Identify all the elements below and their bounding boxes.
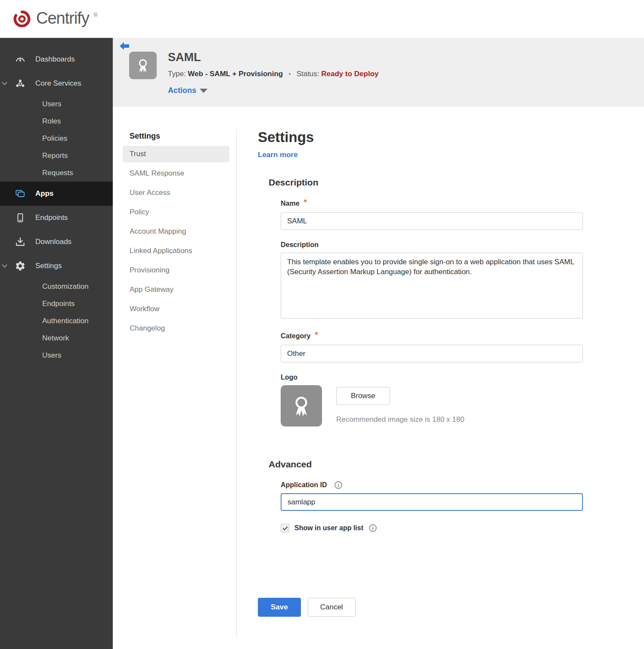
type-label: Type: <box>168 70 186 78</box>
name-label: Name <box>281 200 300 207</box>
sidebar-item-label: Endpoints <box>35 213 68 222</box>
description-field[interactable]: This template enables you to provide sin… <box>281 253 583 318</box>
registered-mark: ® <box>93 12 98 18</box>
sidebar: Dashboards Core Services Users Roles Pol… <box>0 38 113 649</box>
category-field[interactable] <box>281 345 583 362</box>
sidebar-item-label: Settings <box>35 262 62 270</box>
category-label-row: Category * <box>281 331 584 341</box>
logo-label-row: Logo <box>281 374 584 381</box>
name-field[interactable] <box>281 212 583 230</box>
apps-icon <box>15 188 26 199</box>
brand: Centrify ® <box>12 9 98 29</box>
sidebar-item-authentication[interactable]: Authentication <box>0 312 113 330</box>
show-in-user-app-list-checkbox[interactable] <box>281 524 289 532</box>
status-value: Ready to Deploy <box>321 70 378 78</box>
core-services-icon <box>15 78 26 89</box>
gauge-icon <box>15 54 26 65</box>
sidebar-item-label: Downloads <box>35 238 71 246</box>
phone-icon <box>15 212 26 223</box>
back-arrow-icon[interactable] <box>119 41 130 52</box>
sidebar-item-apps[interactable]: Apps <box>0 182 113 206</box>
sidebar-item-label: Dashboards <box>35 55 75 64</box>
cancel-button[interactable]: Cancel <box>308 598 356 617</box>
subnav-item-saml-response[interactable]: SAML Response <box>123 165 229 182</box>
description-section-heading: Description <box>269 177 584 188</box>
subnav-item-linked-applications[interactable]: Linked Applications <box>123 243 229 259</box>
brand-name: Centrify <box>36 9 89 28</box>
chevron-down-icon[interactable] <box>2 79 7 88</box>
app-subnav: Settings Trust SAML Response User Access… <box>123 129 229 649</box>
sidebar-item-policies[interactable]: Policies <box>0 130 113 147</box>
app-meta: Type: Web - SAML + Provisioning • Status… <box>168 70 378 78</box>
sidebar-item-requests[interactable]: Requests <box>0 164 113 182</box>
actions-label: Actions <box>168 86 196 95</box>
info-icon[interactable] <box>368 524 377 532</box>
subnav-item-account-mapping[interactable]: Account Mapping <box>123 223 229 240</box>
sidebar-item-settings-endpoints[interactable]: Endpoints <box>0 295 113 312</box>
show-in-user-app-list-row: Show in user app list <box>281 524 584 532</box>
form-actions: Save Cancel <box>258 598 584 617</box>
learn-more-link[interactable]: Learn more <box>258 151 298 159</box>
sidebar-item-users[interactable]: Users <box>0 96 113 113</box>
content: Settings Trust SAML Response User Access… <box>113 107 644 649</box>
sidebar-item-downloads[interactable]: Downloads <box>0 230 113 254</box>
sidebar-item-label: Core Services <box>35 79 81 88</box>
sidebar-item-reports[interactable]: Reports <box>0 147 113 164</box>
gear-icon <box>15 260 26 272</box>
subnav-heading: Settings <box>123 129 229 146</box>
application-id-label: Application ID <box>281 481 327 489</box>
required-marker: * <box>304 198 307 207</box>
page-title: Settings <box>258 129 584 145</box>
subnav-item-changelog[interactable]: Changelog <box>123 320 229 337</box>
subnav-item-app-gateway[interactable]: App Gateway <box>123 281 229 298</box>
browse-button[interactable]: Browse <box>336 387 390 405</box>
sidebar-item-network[interactable]: Network <box>0 330 113 347</box>
category-label: Category <box>281 332 310 340</box>
sidebar-item-settings-users[interactable]: Users <box>0 347 113 364</box>
subnav-item-policy[interactable]: Policy <box>123 204 229 220</box>
top-brand-bar: Centrify ® <box>0 0 644 38</box>
sidebar-item-roles[interactable]: Roles <box>0 113 113 130</box>
actions-dropdown[interactable]: Actions <box>168 86 207 95</box>
vertical-divider <box>236 129 237 638</box>
logo-label: Logo <box>281 374 297 381</box>
subnav-item-workflow[interactable]: Workflow <box>123 301 229 317</box>
subnav-item-trust[interactable]: Trust <box>123 146 229 162</box>
application-id-label-row: Application ID <box>281 481 584 489</box>
description-label: Description <box>281 241 319 249</box>
main-area: SAML Type: Web - SAML + Provisioning • S… <box>113 38 644 649</box>
download-icon <box>15 236 26 247</box>
sidebar-item-settings[interactable]: Settings <box>0 254 113 278</box>
logo-size-hint: Recommended image size is 180 x 180 <box>336 415 464 424</box>
sidebar-item-label: Apps <box>35 189 54 198</box>
settings-form: Settings Learn more Description Name * D… <box>258 129 584 649</box>
centrify-logo-icon <box>12 9 32 29</box>
subnav-item-user-access[interactable]: User Access <box>123 185 229 201</box>
status-label: Status: <box>297 70 319 78</box>
caret-down-icon <box>200 89 207 93</box>
app-title: SAML <box>168 51 201 64</box>
required-marker: * <box>315 330 318 340</box>
meta-separator: • <box>288 70 291 78</box>
app-banner: SAML Type: Web - SAML + Provisioning • S… <box>113 38 644 107</box>
type-value: Web - SAML + Provisioning <box>188 70 283 78</box>
sidebar-item-endpoints[interactable]: Endpoints <box>0 206 113 230</box>
sidebar-item-core-services[interactable]: Core Services <box>0 71 113 96</box>
sidebar-item-customization[interactable]: Customization <box>0 278 113 295</box>
application-id-field[interactable] <box>281 493 583 511</box>
save-button[interactable]: Save <box>258 598 301 617</box>
advanced-section-heading: Advanced <box>269 459 584 470</box>
name-label-row: Name * <box>281 199 584 208</box>
logo-preview <box>281 385 322 426</box>
show-in-user-app-list-label: Show in user app list <box>294 524 363 532</box>
sidebar-item-dashboards[interactable]: Dashboards <box>0 47 113 71</box>
logo-row: Browse Recommended image size is 180 x 1… <box>281 385 584 426</box>
info-icon[interactable] <box>334 481 343 489</box>
chevron-down-icon[interactable] <box>2 262 7 270</box>
app-logo <box>129 52 157 79</box>
subnav-item-provisioning[interactable]: Provisioning <box>123 262 229 278</box>
description-label-row: Description <box>281 241 584 249</box>
